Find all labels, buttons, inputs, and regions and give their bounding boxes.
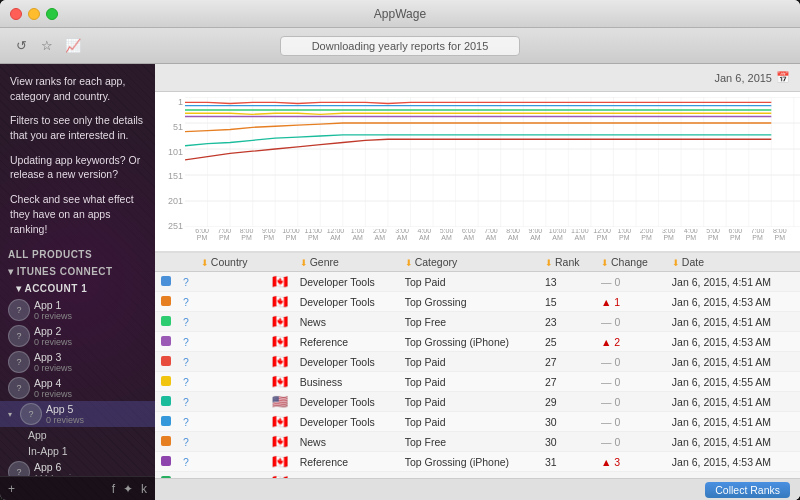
toolbar: ↺ ☆ 📈 Downloading yearly reports for 201… — [0, 28, 800, 64]
app6-name: App 6 — [34, 461, 87, 473]
info-icon: ? — [183, 456, 189, 468]
calendar-icon[interactable]: 📅 — [776, 71, 790, 84]
row-info[interactable]: ? — [177, 312, 195, 332]
row-change: — 0 — [595, 432, 666, 452]
row-color — [155, 312, 177, 332]
col-rank[interactable]: ⬇Rank — [539, 253, 595, 272]
app3-reviews: 0 reviews — [34, 363, 72, 373]
table-row[interactable]: ? 🇺🇸 Developer Tools Top Paid 29 — 0 Jan… — [155, 392, 800, 412]
row-info[interactable]: ? — [177, 372, 195, 392]
x-label: 5:00 AM — [435, 229, 457, 241]
fullscreen-button[interactable] — [46, 8, 58, 20]
x-label: 2:00 AM — [369, 229, 391, 241]
traffic-lights — [10, 8, 58, 20]
star-icon[interactable]: ☆ — [38, 37, 56, 55]
row-info[interactable]: ? — [177, 432, 195, 452]
table-row[interactable]: ? 🇨🇦 Developer Tools Top Grossing 15 ▲ 1… — [155, 292, 800, 312]
row-color — [155, 352, 177, 372]
sidebar-item-app4[interactable]: ? App 4 0 reviews — [0, 375, 155, 401]
col-change[interactable]: ⬇Change — [595, 253, 666, 272]
row-genre: Developer Tools — [294, 272, 399, 292]
row-change: — 0 — [595, 312, 666, 332]
table-row[interactable]: ? 🇨🇦 News Top Free 30 — 0 Jan 6, 2015, 4… — [155, 432, 800, 452]
row-color — [155, 292, 177, 312]
row-info[interactable]: ? — [177, 392, 195, 412]
col-date[interactable]: ⬇Date — [666, 253, 800, 272]
x-label: 7:00 AM — [480, 229, 502, 241]
row-genre: News — [294, 312, 399, 332]
sidebar-subitem-inapp1[interactable]: In-App 1 — [0, 443, 155, 459]
col-country[interactable]: ⬇Country — [195, 253, 266, 272]
sidebar-item-app3[interactable]: ? App 3 0 reviews — [0, 349, 155, 375]
all-products-header[interactable]: ALL PRODUCTS — [0, 246, 155, 263]
table-row[interactable]: ? 🇨🇦 Reference Top Grossing (iPhone) 25 … — [155, 332, 800, 352]
facebook-icon[interactable]: f — [112, 482, 115, 496]
row-genre: Developer Tools — [294, 352, 399, 372]
table-row[interactable]: ? 🇨🇦 Developer Tools Top Paid 13 — 0 Jan… — [155, 272, 800, 292]
chart-icon[interactable]: 📈 — [64, 37, 82, 55]
table-row[interactable]: ? 🇨🇦 Developer Tools Top Paid 30 — 0 Jan… — [155, 412, 800, 432]
row-color — [155, 432, 177, 452]
info-icon: ? — [183, 336, 189, 348]
sidebar-tree[interactable]: ALL PRODUCTS ▾ ITUNES CONNECT ▾ ACCOUNT … — [0, 246, 155, 476]
col-genre[interactable]: ⬇Genre — [294, 253, 399, 272]
table-row[interactable]: ? 🇨🇦 Developer Tools Top Paid 27 — 0 Jan… — [155, 352, 800, 372]
col-flag — [266, 253, 294, 272]
add-icon[interactable]: + — [8, 482, 15, 496]
row-rank: 30 — [539, 432, 595, 452]
table-row[interactable]: ? 🇨🇦 Reference Top Grossing (iPhone) 31 … — [155, 452, 800, 472]
row-date: Jan 6, 2015, 4:51 AM — [666, 412, 800, 432]
y-label-51: 51 — [159, 122, 183, 132]
row-info[interactable]: ? — [177, 452, 195, 472]
x-label: 8:00 AM — [502, 229, 524, 241]
x-label: 10:00 PM — [280, 229, 302, 241]
row-info[interactable]: ? — [177, 292, 195, 312]
row-change: ▲ 3 — [595, 452, 666, 472]
refresh-icon[interactable]: ↺ — [12, 37, 30, 55]
row-genre: Developer Tools — [294, 392, 399, 412]
row-category: Top Paid — [399, 272, 539, 292]
app4-icon: ? — [8, 377, 30, 399]
date-label: Jan 6, 2015 📅 — [715, 71, 791, 84]
sidebar-item-app1[interactable]: ? App 1 0 reviews — [0, 297, 155, 323]
twitter-icon[interactable]: ✦ — [123, 482, 133, 496]
row-country — [195, 372, 266, 392]
row-info[interactable]: ? — [177, 332, 195, 352]
col-category[interactable]: ⬇Category — [399, 253, 539, 272]
collect-ranks-button[interactable]: Collect Ranks — [705, 482, 790, 498]
right-header: Jan 6, 2015 📅 — [155, 64, 800, 92]
x-label: 9:00 AM — [524, 229, 546, 241]
row-genre: Developer Tools — [294, 412, 399, 432]
status-bar: Downloading yearly reports for 2015 — [280, 36, 520, 56]
info-icon: ? — [183, 396, 189, 408]
row-rank: 27 — [539, 372, 595, 392]
app1-name: App 1 — [34, 299, 72, 311]
app-store-icon[interactable]: k — [141, 482, 147, 496]
row-info[interactable]: ? — [177, 352, 195, 372]
app3-icon: ? — [8, 351, 30, 373]
account-1-header[interactable]: ▾ ACCOUNT 1 — [0, 280, 155, 297]
itunes-connect-header[interactable]: ▾ ITUNES CONNECT — [0, 263, 155, 280]
sidebar-item-app6[interactable]: ? App 6 1114 reviews — [0, 459, 155, 476]
close-button[interactable] — [10, 8, 22, 20]
row-info[interactable]: ? — [177, 272, 195, 292]
row-info[interactable]: ? — [177, 412, 195, 432]
table-row[interactable]: ? 🇨🇦 News Top Free 23 — 0 Jan 6, 2015, 4… — [155, 312, 800, 332]
info-icon: ? — [183, 296, 189, 308]
app4-name: App 4 — [34, 377, 72, 389]
sidebar-subitem-app[interactable]: App — [0, 427, 155, 443]
sidebar-item-app2[interactable]: ? App 2 0 reviews — [0, 323, 155, 349]
row-rank: 15 — [539, 292, 595, 312]
data-table-container[interactable]: ⬇Country ⬇Genre ⬇Category ⬇Rank ⬇Change … — [155, 252, 800, 478]
row-rank: 31 — [539, 452, 595, 472]
row-rank: 13 — [539, 272, 595, 292]
table-row[interactable]: ? 🇨🇦 Business Top Paid 27 — 0 Jan 6, 201… — [155, 372, 800, 392]
app1-reviews: 0 reviews — [34, 311, 72, 321]
window-title: AppWage — [374, 7, 426, 21]
app2-reviews: 0 reviews — [34, 337, 72, 347]
x-label: 3:00 PM — [658, 229, 680, 241]
minimize-button[interactable] — [28, 8, 40, 20]
sidebar-item-app5[interactable]: ▾ ? App 5 0 reviews — [0, 401, 155, 427]
row-flag: 🇨🇦 — [266, 452, 294, 472]
row-color — [155, 332, 177, 352]
